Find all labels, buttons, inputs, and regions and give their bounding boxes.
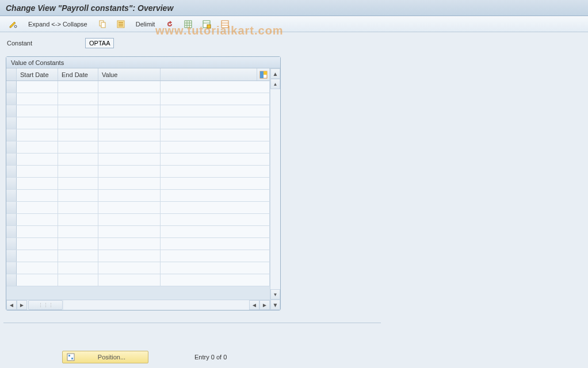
position-button[interactable]: Position... bbox=[62, 351, 148, 363]
scroll-up-page-button[interactable]: ▲ bbox=[270, 79, 280, 89]
constant-field-row: Constant OPTAA bbox=[6, 38, 582, 48]
delimit-button[interactable]: Delimit bbox=[132, 18, 159, 30]
page-title: Change View "Payroll constants": Overvie… bbox=[6, 3, 173, 13]
constant-label: Constant bbox=[7, 40, 85, 47]
position-button-label: Position... bbox=[79, 354, 144, 361]
row-selector[interactable] bbox=[6, 250, 17, 262]
svg-rect-22 bbox=[68, 355, 70, 356]
table-row[interactable] bbox=[6, 117, 270, 129]
table-row[interactable] bbox=[6, 274, 270, 286]
row-selector[interactable] bbox=[6, 274, 17, 286]
undo-icon bbox=[165, 20, 174, 29]
row-selector[interactable] bbox=[6, 190, 17, 201]
svg-rect-7 bbox=[185, 21, 192, 28]
row-selector[interactable] bbox=[6, 117, 17, 129]
row-selector[interactable] bbox=[6, 202, 17, 213]
svg-rect-20 bbox=[264, 71, 267, 75]
pencil-glasses-icon bbox=[9, 20, 18, 29]
table-row[interactable] bbox=[6, 262, 270, 274]
table-header-row: Start Date End Date Value bbox=[6, 68, 270, 81]
constants-table-panel: Value of Constants Start Date End Date V… bbox=[6, 56, 281, 310]
scroll-thumb[interactable]: ⋮⋮⋮ bbox=[28, 300, 63, 310]
table-row[interactable] bbox=[6, 238, 270, 250]
scroll-track[interactable] bbox=[64, 300, 249, 310]
row-selector[interactable] bbox=[6, 154, 17, 165]
svg-rect-23 bbox=[71, 358, 73, 359]
table-main: Start Date End Date Value bbox=[6, 68, 270, 310]
panel-title: Value of Constants bbox=[6, 57, 280, 68]
table-row[interactable] bbox=[6, 190, 270, 202]
scroll-down-page-button[interactable]: ▼ bbox=[270, 289, 280, 300]
row-selector[interactable] bbox=[6, 214, 17, 225]
grid-orange-icon bbox=[220, 20, 230, 29]
undo-button[interactable] bbox=[162, 18, 177, 30]
position-icon bbox=[66, 352, 75, 362]
table-row[interactable] bbox=[6, 129, 270, 141]
scroll-left-end-button[interactable]: ◄ bbox=[249, 300, 259, 310]
grid-save-icon bbox=[202, 20, 211, 29]
row-selector[interactable] bbox=[6, 262, 17, 274]
row-selector[interactable] bbox=[6, 166, 17, 177]
col-spacer bbox=[161, 68, 257, 80]
table-row[interactable] bbox=[6, 105, 270, 117]
svg-rect-4 bbox=[119, 22, 123, 23]
row-selector[interactable] bbox=[6, 141, 17, 153]
expand-collapse-button[interactable]: Expand <-> Collapse bbox=[24, 18, 91, 30]
row-selector[interactable] bbox=[6, 226, 17, 237]
table-row[interactable] bbox=[6, 202, 270, 214]
constant-value[interactable]: OPTAA bbox=[85, 38, 114, 48]
copy-button[interactable] bbox=[95, 18, 110, 30]
col-value[interactable]: Value bbox=[98, 68, 161, 80]
scroll-left-button[interactable]: ◄ bbox=[6, 300, 17, 310]
table-row[interactable] bbox=[6, 141, 270, 154]
svg-point-0 bbox=[14, 25, 17, 28]
svg-rect-14 bbox=[207, 25, 211, 28]
row-selector[interactable] bbox=[6, 238, 17, 250]
select-all-header[interactable] bbox=[6, 68, 17, 80]
scroll-right-end-button[interactable]: ► bbox=[259, 300, 270, 310]
scroll-up-button[interactable]: ▲ bbox=[270, 68, 280, 79]
footer: Position... Entry 0 of 0 bbox=[0, 348, 588, 366]
svg-rect-19 bbox=[260, 71, 264, 78]
table-settings-button-3[interactable] bbox=[217, 18, 232, 30]
entry-count: Entry 0 of 0 bbox=[194, 354, 227, 361]
table-settings-button-2[interactable] bbox=[199, 18, 214, 30]
content-area: Constant OPTAA Value of Constants Start … bbox=[0, 32, 588, 345]
table-row[interactable] bbox=[6, 81, 270, 93]
svg-rect-6 bbox=[119, 25, 123, 26]
svg-rect-2 bbox=[101, 22, 105, 28]
col-end-date[interactable]: End Date bbox=[58, 68, 98, 80]
svg-rect-21 bbox=[67, 354, 74, 361]
svg-rect-5 bbox=[119, 24, 123, 25]
title-bar: Change View "Payroll constants": Overvie… bbox=[0, 0, 588, 16]
copy-icon bbox=[98, 20, 107, 29]
toolbar: Expand <-> Collapse Delimit bbox=[0, 16, 588, 32]
table-row[interactable] bbox=[6, 166, 270, 178]
table-row[interactable] bbox=[6, 250, 270, 262]
select-all-button[interactable] bbox=[113, 18, 128, 30]
table-row[interactable] bbox=[6, 93, 270, 105]
row-selector[interactable] bbox=[6, 81, 17, 93]
table-row[interactable] bbox=[6, 178, 270, 190]
toggle-display-button[interactable] bbox=[6, 18, 21, 30]
grid-icon bbox=[184, 20, 193, 29]
row-selector[interactable] bbox=[6, 93, 17, 105]
scroll-track-v[interactable] bbox=[270, 89, 280, 289]
table-config-button[interactable] bbox=[257, 68, 270, 80]
horizontal-scrollbar[interactable]: ◄ ► ⋮⋮⋮ ◄ ► bbox=[6, 300, 270, 310]
col-start-date[interactable]: Start Date bbox=[17, 68, 58, 80]
table-settings-button-1[interactable] bbox=[181, 18, 196, 30]
row-selector[interactable] bbox=[6, 105, 17, 117]
table-row[interactable] bbox=[6, 154, 270, 166]
divider bbox=[3, 323, 381, 323]
table-body bbox=[6, 81, 270, 300]
scroll-right-button[interactable]: ► bbox=[17, 300, 27, 310]
row-selector[interactable] bbox=[6, 129, 17, 141]
scroll-down-button[interactable]: ▼ bbox=[270, 300, 280, 310]
row-selector[interactable] bbox=[6, 178, 17, 189]
table-row[interactable] bbox=[6, 214, 270, 226]
vertical-scrollbar[interactable]: ▲ ▲ ▼ ▼ bbox=[270, 68, 280, 310]
svg-rect-15 bbox=[222, 21, 228, 28]
table-row[interactable] bbox=[6, 226, 270, 238]
table-config-icon bbox=[259, 70, 268, 79]
